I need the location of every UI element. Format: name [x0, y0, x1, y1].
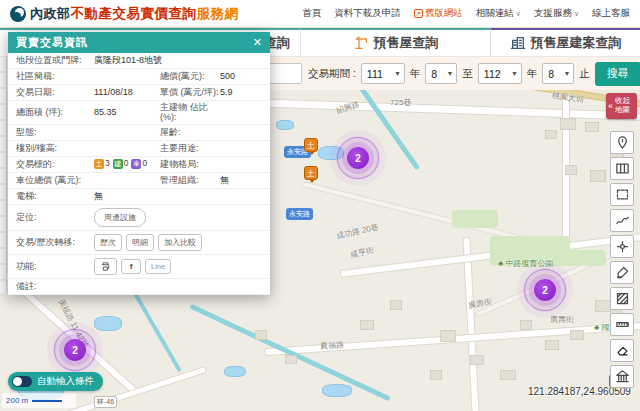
nav-download-apply[interactable]: 資料下載及申請 [334, 7, 401, 20]
field-label: 車位總價 (萬元): [16, 175, 94, 185]
tab-presale-query[interactable]: 預售屋查詢 [300, 28, 490, 56]
row-buttons: 歷次明細加入比較 [94, 232, 270, 253]
search-button[interactable]: 搜尋 [595, 62, 640, 86]
map-label: 永安路 [286, 208, 313, 220]
modal-row: 總面積 (坪):85.35主建物 佔比(%): [8, 101, 270, 125]
nav-old-site[interactable]: ↗舊版網站 [414, 7, 463, 20]
target-count: 3 [105, 159, 110, 169]
cluster-marker[interactable]: 2 [64, 339, 86, 361]
field-label: 社區簡稱: [16, 71, 94, 81]
target-count: 0 [142, 159, 147, 169]
nav-related-links[interactable]: 相關連結∨ [476, 7, 521, 20]
map-pond [224, 366, 246, 377]
map-road [463, 238, 478, 411]
year-to-select[interactable]: 112▼ [478, 63, 522, 84]
row-buttons: 周邊設施 [94, 206, 270, 229]
period-label: 交易期間 : [308, 67, 356, 81]
target-badge-車: 車 [131, 159, 141, 169]
modal-row: 車位總價 (萬元):管理組織:無 [8, 173, 270, 189]
hatch-area-tool[interactable] [610, 287, 634, 310]
field-label: 交易日期: [16, 87, 94, 97]
chevron-down-icon: ▼ [394, 70, 401, 77]
close-icon[interactable]: ✕ [253, 37, 262, 48]
map-building [470, 355, 484, 365]
map-building [440, 330, 456, 342]
tab-label: 預售屋建案查詢 [531, 34, 622, 52]
tab-presale-project-query[interactable]: 預售屋建案查詢 [490, 28, 640, 56]
field-label: 主建物 佔比(%): [160, 102, 220, 123]
facebook-share-button[interactable]: f [121, 259, 141, 274]
line-share-button[interactable]: Line [145, 259, 171, 274]
collapse-map-button[interactable]: « 收起地圖 [606, 93, 637, 119]
realprice-query-app: 內政部 不動產交易實價查詢 服務網 首頁資料下載及申請↗舊版網站相關連結∨支援服… [0, 0, 640, 411]
land-marker[interactable]: 土 [304, 166, 318, 180]
tab-label: 預售屋查詢 [374, 34, 439, 52]
chevron-down-icon: ∨ [574, 10, 579, 18]
field-value: 85.35 [94, 107, 160, 117]
modal-row: 電梯:無 [8, 189, 270, 205]
nav-label: 首頁 [302, 7, 321, 20]
print-icon [100, 261, 111, 272]
field-label: 電梯: [16, 191, 94, 201]
map-frame-tool[interactable] [610, 157, 634, 180]
transaction-info-modal: 買賣交易資訊 ✕ 地段位置或門牌:廣隆段101-8地號社區簡稱:總價(萬元):5… [8, 32, 270, 295]
scale-bar [32, 400, 62, 402]
map-building [545, 340, 559, 350]
land-marker[interactable]: 土 [304, 138, 318, 152]
modal-row: 備註: [8, 279, 270, 295]
map-building [590, 170, 606, 182]
field-label: 定位: [16, 212, 94, 222]
nav-home[interactable]: 首頁 [302, 7, 321, 20]
nearby-facilities-button[interactable]: 周邊設施 [94, 208, 146, 227]
measure-tool[interactable] [610, 313, 634, 336]
nav-label: 線上客服 [592, 7, 630, 20]
collapse-arrow-icon: « [608, 101, 613, 111]
target-count: 0 [124, 159, 129, 169]
map-building [390, 300, 402, 310]
map-park [452, 210, 498, 228]
chevron-down-icon: ▼ [563, 70, 570, 77]
cluster-marker[interactable]: 2 [347, 147, 369, 169]
month-to-select[interactable]: 8▼ [542, 63, 574, 84]
top-nav: 首頁資料下載及申請↗舊版網站相關連結∨支援服務∨線上客服 [302, 7, 630, 20]
draw-area-tool[interactable] [610, 261, 634, 284]
cluster-marker[interactable]: 2 [534, 279, 556, 301]
map-building [560, 118, 576, 130]
field-label: 單價 (萬元/坪): [160, 87, 220, 97]
site-title-suffix: 服務網 [197, 5, 239, 23]
add-compare-button[interactable]: 加入比較 [158, 234, 202, 251]
year-from-select[interactable]: 111▼ [361, 63, 405, 84]
map-pond [276, 120, 294, 130]
gps-locate-tool[interactable] [610, 235, 634, 258]
detail-button[interactable]: 明細 [126, 234, 154, 251]
modal-row: 交易/歷次轉移:歷次明細加入比較 [8, 231, 270, 255]
history-button[interactable]: 歷次 [94, 234, 122, 251]
landmark-tool[interactable] [610, 365, 634, 388]
map-scale: 200 m [2, 393, 76, 408]
map-label: ♣ 中路復育公園 [498, 258, 553, 269]
toggle-switch-icon[interactable] [12, 376, 32, 387]
chevron-down-icon: ▼ [446, 70, 453, 77]
street-locate-tool[interactable] [610, 131, 634, 154]
nav-label: 舊版網站 [425, 7, 463, 20]
field-label: 交易標的: [16, 159, 94, 169]
rect-select-tool[interactable] [610, 183, 634, 206]
field-value: 廣隆段101-8地號 [94, 55, 270, 65]
map-building [585, 122, 599, 132]
nav-label: 資料下載及申請 [334, 7, 401, 20]
freehand-draw-tool[interactable] [610, 209, 634, 232]
nav-support-services[interactable]: 支援服務∨ [534, 7, 579, 20]
eraser-tool[interactable] [610, 339, 634, 362]
modal-row: 地段位置或門牌:廣隆段101-8地號 [8, 53, 270, 69]
nav-online-service[interactable]: 線上客服 [592, 7, 630, 20]
modal-row: 型態:屋齡: [8, 125, 270, 141]
auto-input-condition-toggle[interactable]: 自動輸入條件 [8, 372, 103, 391]
chevron-down-icon: ∨ [516, 10, 521, 18]
field-label: 管理組織: [160, 175, 220, 185]
month-from-select[interactable]: 8▼ [425, 63, 457, 84]
map-building [430, 370, 442, 380]
year-unit-label: 年 [527, 67, 538, 81]
print-button[interactable] [94, 258, 117, 275]
field-label: 總價(萬元): [160, 71, 220, 81]
map-tool-column [610, 131, 634, 388]
